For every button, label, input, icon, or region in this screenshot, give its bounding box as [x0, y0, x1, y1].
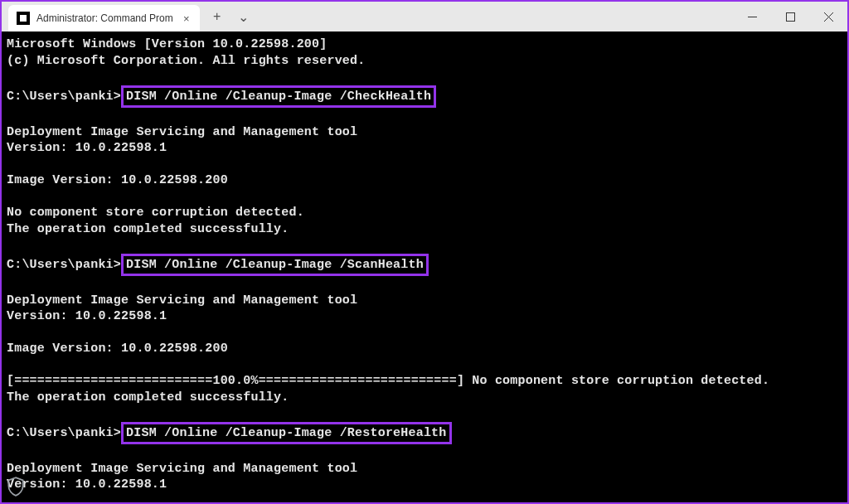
- terminal-line: [==========================100.0%=======…: [7, 373, 842, 390]
- terminal-line: C:\Users\panki>DISM /Online /Cleanup-Ima…: [7, 422, 842, 445]
- highlighted-command: DISM /Online /Cleanup-Image /CheckHealth: [121, 85, 436, 109]
- prompt-text: C:\Users\panki>: [7, 258, 121, 272]
- terminal-line: Version: 10.0.22598.1: [7, 477, 842, 493]
- terminal-line: [7, 237, 842, 254]
- tab-title: Administrator: Command Prom: [36, 12, 173, 24]
- terminal-line: [7, 493, 842, 503]
- terminal-line: [7, 325, 842, 342]
- highlighted-command: DISM /Online /Cleanup-Image /ScanHealth: [121, 254, 429, 277]
- terminal-line: No component store corruption detected.: [7, 205, 842, 221]
- shield-icon: [5, 476, 27, 497]
- terminal-line: [7, 444, 842, 461]
- terminal-line: The operation completed successfully.: [7, 221, 842, 238]
- minimize-button[interactable]: [733, 2, 771, 32]
- tab-cmd[interactable]: Administrator: Command Prom ×: [8, 5, 200, 32]
- terminal-line: Deployment Image Servicing and Managemen…: [7, 124, 842, 141]
- terminal-line: Version: 10.0.22598.1: [7, 140, 842, 157]
- terminal-line: Version: 10.0.22598.1: [7, 308, 842, 325]
- terminal-line: [7, 405, 842, 422]
- titlebar: Administrator: Command Prom × + ⌄: [2, 2, 847, 32]
- terminal-line: [7, 108, 842, 124]
- terminal-line: [7, 157, 842, 173]
- terminal-line: C:\Users\panki>DISM /Online /Cleanup-Ima…: [7, 85, 842, 109]
- terminal-line: [7, 357, 842, 374]
- maximize-button[interactable]: [771, 2, 809, 32]
- tab-dropdown-button[interactable]: ⌄: [236, 9, 251, 24]
- terminal-line: The operation completed successfully.: [7, 390, 842, 406]
- terminal-line: C:\Users\panki>DISM /Online /Cleanup-Ima…: [7, 254, 842, 277]
- window-controls: [733, 2, 847, 32]
- new-tab-button[interactable]: +: [210, 9, 225, 24]
- terminal-line: [7, 276, 842, 293]
- terminal-line: (c) Microsoft Corporation. All rights re…: [7, 53, 842, 70]
- prompt-text: C:\Users\panki>: [7, 90, 121, 104]
- terminal-line: Microsoft Windows [Version 10.0.22598.20…: [7, 36, 842, 53]
- terminal-line: Image Version: 10.0.22598.200: [7, 341, 842, 357]
- titlebar-drag-area[interactable]: [251, 2, 733, 32]
- terminal-line: Image Version: 10.0.22598.200: [7, 172, 842, 189]
- terminal-output[interactable]: Microsoft Windows [Version 10.0.22598.20…: [2, 32, 847, 502]
- svg-rect-1: [786, 12, 794, 21]
- terminal-line: Deployment Image Servicing and Managemen…: [7, 461, 842, 477]
- prompt-text: C:\Users\panki>: [7, 426, 121, 440]
- terminal-line: [7, 69, 842, 85]
- highlighted-command: DISM /Online /Cleanup-Image /RestoreHeal…: [121, 422, 451, 445]
- tab-close-button[interactable]: ×: [180, 12, 193, 25]
- terminal-line: [7, 189, 842, 206]
- tabbar-controls: + ⌄: [200, 2, 251, 32]
- cmd-icon: [17, 12, 30, 25]
- terminal-line: Deployment Image Servicing and Managemen…: [7, 293, 842, 309]
- close-button[interactable]: [809, 2, 847, 32]
